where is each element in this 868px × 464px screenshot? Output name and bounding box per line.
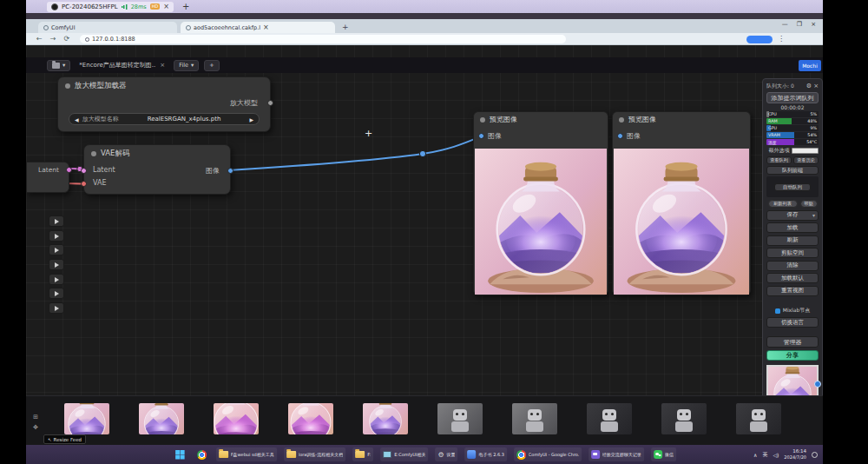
collapsed-node-button[interactable] xyxy=(49,288,64,299)
node-clipped-left[interactable]: Latent xyxy=(26,162,69,193)
view-queue-button[interactable]: 查看队列 xyxy=(766,156,792,164)
extra-options-checkbox[interactable] xyxy=(792,148,819,154)
taskbar-item[interactable]: ComfyUI - Google Chro... xyxy=(514,447,582,461)
upscale-model-output-port[interactable] xyxy=(267,100,273,106)
latent-output-port[interactable] xyxy=(66,167,72,173)
taskbar-item[interactable]: E:ComfyUI相关 xyxy=(380,447,428,461)
window-maximize-icon[interactable]: ❐ xyxy=(797,21,802,28)
new-session-button[interactable]: + xyxy=(182,2,189,11)
node-vae-decode[interactable]: VAE解码 Latent VAE 图像 xyxy=(83,144,231,195)
address-bar[interactable]: 127.0.0.1:8188 xyxy=(80,35,566,43)
queue-prompt-button[interactable]: 添加提示词队列 xyxy=(766,92,819,103)
image-input-port[interactable] xyxy=(617,133,623,139)
back-icon[interactable]: ← xyxy=(36,35,43,43)
forward-icon[interactable]: → xyxy=(50,35,56,43)
feed-grid-icon[interactable]: ⊞ xyxy=(33,414,38,421)
feed-move-icon[interactable]: ✥ xyxy=(33,424,38,431)
node-collapse-dot[interactable] xyxy=(619,117,624,123)
mochi-button[interactable]: Mochi xyxy=(799,60,821,71)
refresh-button[interactable]: 刷新 xyxy=(766,235,819,246)
chevron-down-icon[interactable]: ▾ xyxy=(812,212,815,218)
close-icon[interactable]: × xyxy=(813,83,819,89)
collapsed-node-button[interactable] xyxy=(49,244,64,255)
window-minimize-icon[interactable]: — xyxy=(782,21,788,28)
taskbar-item[interactable]: lora训练-流程相关文档 xyxy=(284,447,345,461)
refresh-list-button[interactable]: 刷新列表 xyxy=(768,200,798,208)
browser-menu-icon[interactable]: ⋮ xyxy=(778,35,785,43)
load-default-button[interactable]: 加载默认 xyxy=(766,273,819,283)
taskbar-item[interactable]: F盘webui sd相关工具 xyxy=(216,447,277,461)
node-preview-image-1[interactable]: 预览图像 图像 xyxy=(473,111,608,295)
reset-view-button[interactable]: 重置视图 xyxy=(766,286,819,296)
new-workflow-button[interactable]: + xyxy=(204,60,219,71)
workflow-tab-close-icon[interactable]: × xyxy=(160,62,165,69)
widget-next-icon[interactable]: ▶ xyxy=(249,116,253,123)
image-output-port[interactable] xyxy=(227,168,233,174)
browser-profile-chip[interactable] xyxy=(746,36,773,43)
feed-thumbnail[interactable] xyxy=(363,403,408,434)
volume-icon[interactable]: ◁) xyxy=(773,452,779,458)
input-language-indicator[interactable]: 英 xyxy=(762,451,767,459)
image-input-port[interactable] xyxy=(478,133,484,139)
taskbar-item[interactable]: 电子书 2.6.3 xyxy=(465,447,507,461)
feed-thumbnail[interactable] xyxy=(64,403,109,434)
clear-button[interactable]: 清除 xyxy=(766,261,819,271)
widget-prev-icon[interactable]: ◀ xyxy=(75,116,79,123)
upscale-model-name-widget[interactable]: ◀ 放大模型名称 RealESRGAN_x4plus.pth ▶ xyxy=(69,113,260,125)
collapsed-node-button[interactable] xyxy=(49,302,64,314)
taskbar-item[interactable]: 经验交流群聊天记录 xyxy=(589,447,644,461)
node-collapse-dot[interactable] xyxy=(65,83,70,89)
node-collapse-dot[interactable] xyxy=(91,151,96,156)
tab-close-icon[interactable]: × xyxy=(263,23,269,32)
vae-input-port[interactable] xyxy=(81,181,87,187)
resize-feed-handle[interactable]: ↖ Resize Feed xyxy=(43,434,86,444)
browser-tab-comfyui[interactable]: ComfyUI xyxy=(38,22,177,33)
feed-thumbnail[interactable] xyxy=(288,403,333,434)
feed-thumbnail[interactable] xyxy=(661,403,707,434)
remote-session-tab[interactable]: PC-20240625HFPL 28ms HD × xyxy=(47,2,174,12)
site-info-icon[interactable] xyxy=(85,37,89,42)
file-menu-button[interactable]: File ▾ xyxy=(174,60,199,71)
share-button[interactable]: 分享 xyxy=(766,350,819,361)
help-button[interactable]: 帮助 xyxy=(800,200,818,208)
session-close-icon[interactable]: × xyxy=(163,3,169,11)
load-button[interactable]: 加载 xyxy=(766,222,819,233)
node-upscale-model-loader[interactable]: 放大模型加载器 放大模型 ◀ 放大模型名称 RealESRGAN_x4plus.… xyxy=(57,76,271,132)
gear-icon[interactable]: ⚙ xyxy=(806,83,812,89)
workflow-tab[interactable]: *Encore产品草图转定制图.. × xyxy=(76,61,168,70)
clipspace-button[interactable]: 剪贴空间 xyxy=(766,248,819,258)
reload-icon[interactable]: ⟳ xyxy=(63,35,69,43)
feed-thumbnail[interactable] xyxy=(139,403,184,434)
collapsed-node-button[interactable] xyxy=(49,274,64,285)
latent-input-port[interactable] xyxy=(81,168,87,174)
manager-button[interactable]: 管理器 xyxy=(766,336,819,348)
save-button[interactable]: 保存 ▾ xyxy=(766,210,819,221)
workflow-folder-button[interactable]: ▾ xyxy=(47,60,70,71)
taskbar-item[interactable]: 微信 xyxy=(651,447,676,461)
taskbar-item[interactable]: F: xyxy=(352,447,373,461)
auto-queue-button[interactable]: 自动队列 xyxy=(774,183,811,191)
collapsed-node-button[interactable] xyxy=(49,259,64,270)
node-collapse-dot[interactable] xyxy=(480,117,485,123)
mixlab-nodes-toggle[interactable]: Mixlab节点 xyxy=(766,307,819,315)
feed-thumbnail[interactable] xyxy=(512,403,557,434)
tray-clock[interactable]: 16:14 2024/7/20 xyxy=(784,448,806,460)
notification-icon[interactable] xyxy=(812,452,818,458)
taskbar-item[interactable]: ⚙设置 xyxy=(435,447,457,461)
node-preview-image-2[interactable]: 预览图像 图像 xyxy=(612,111,751,295)
start-button[interactable] xyxy=(173,447,187,461)
browser-new-tab-button[interactable]: + xyxy=(342,23,349,31)
queue-front-button[interactable]: 队列前端 xyxy=(766,166,819,175)
browser-tab-cloud[interactable]: aod5acoeehncal.cakfp.l × xyxy=(181,22,335,33)
feed-thumbnail[interactable] xyxy=(736,403,781,434)
taskbar-chrome-button[interactable] xyxy=(194,447,209,461)
window-close-icon[interactable]: × xyxy=(811,21,816,28)
tray-expand-icon[interactable]: ∧ xyxy=(753,452,757,458)
collapsed-node-button[interactable] xyxy=(49,215,64,227)
feed-thumbnail[interactable] xyxy=(587,403,632,434)
feed-thumbnail[interactable] xyxy=(214,403,259,434)
switch-language-button[interactable]: 切换语言 xyxy=(766,317,819,328)
feed-thumbnail[interactable] xyxy=(437,403,483,434)
view-history-button[interactable]: 查看历史 xyxy=(793,156,819,164)
collapsed-node-button[interactable] xyxy=(49,230,64,242)
